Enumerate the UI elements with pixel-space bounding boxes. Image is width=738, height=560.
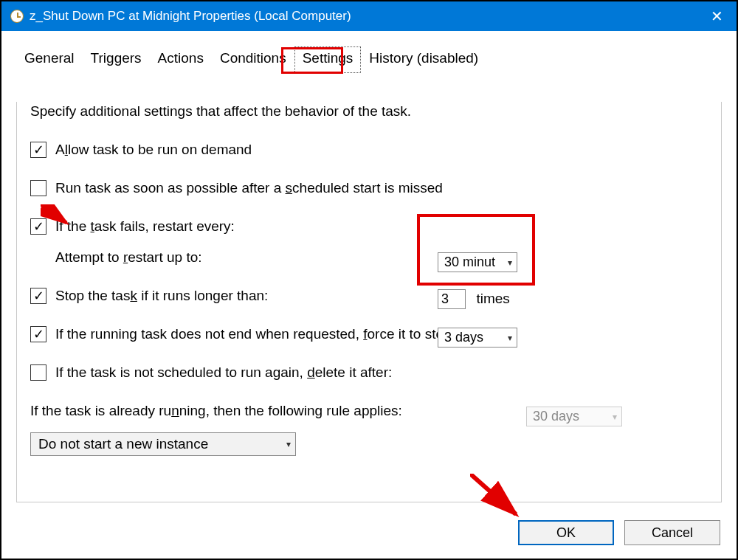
- rule-dropdown[interactable]: Do not start a new instance ▾: [30, 432, 296, 456]
- tab-triggers[interactable]: Triggers: [83, 46, 150, 72]
- stop-longer-value: 3 days: [444, 330, 483, 345]
- settings-intro: Specify additional settings that affect …: [17, 102, 721, 142]
- tab-actions[interactable]: Actions: [150, 46, 212, 72]
- tab-general[interactable]: General: [16, 46, 83, 72]
- force-stop-checkbox[interactable]: ✓: [30, 326, 46, 342]
- attempt-restart-input[interactable]: 3: [438, 289, 466, 309]
- stop-if-longer-checkbox[interactable]: ✓: [30, 288, 46, 304]
- restart-interval-dropdown[interactable]: 30 minut ▾: [438, 252, 517, 272]
- delete-after-value: 30 days: [533, 409, 579, 424]
- tab-history[interactable]: History (disabled): [361, 46, 486, 72]
- rule-value: Do not start a new instance: [38, 436, 208, 452]
- allow-run-on-demand-label: Allow task to be run on demand: [55, 142, 252, 158]
- run-asap-missed-checkbox[interactable]: [30, 180, 46, 196]
- rule-applies-label: If the task is already running, then the…: [30, 403, 402, 419]
- ok-button[interactable]: OK: [518, 520, 614, 545]
- cancel-button[interactable]: Cancel: [624, 520, 720, 545]
- chevron-down-icon: ▾: [508, 257, 512, 268]
- tab-conditions[interactable]: Conditions: [212, 46, 294, 72]
- run-asap-missed-label: Run task as soon as possible after a sch…: [55, 180, 443, 196]
- chevron-down-icon: ▾: [508, 333, 512, 343]
- tab-settings[interactable]: Settings: [294, 46, 362, 73]
- if-fails-restart-checkbox[interactable]: ✓: [30, 218, 46, 235]
- delete-after-checkbox[interactable]: [30, 364, 46, 381]
- chevron-down-icon: ▾: [286, 439, 291, 449]
- allow-run-on-demand-checkbox[interactable]: ✓: [30, 142, 46, 158]
- chevron-down-icon: ▾: [613, 412, 617, 422]
- title-bar: z_Shut Down PC at Midnight Properties (L…: [1, 1, 737, 31]
- delete-after-dropdown: 30 days ▾: [526, 407, 622, 426]
- clock-icon: [10, 10, 24, 23]
- attempt-restart-suffix: times: [476, 291, 509, 306]
- settings-panel: Specify additional settings that affect …: [16, 102, 722, 502]
- if-fails-restart-label: If the task fails, restart every:: [55, 218, 235, 235]
- tab-strip: General Triggers Actions Conditions Sett…: [1, 31, 737, 72]
- force-stop-label: If the running task does not end when re…: [55, 326, 452, 342]
- delete-after-label: If the task is not scheduled to run agai…: [55, 364, 392, 381]
- window-title: z_Shut Down PC at Midnight Properties (L…: [30, 9, 351, 24]
- close-button[interactable]: ✕: [706, 7, 728, 25]
- stop-longer-dropdown[interactable]: 3 days ▾: [438, 328, 517, 348]
- stop-if-longer-label: Stop the task if it runs longer than:: [55, 288, 268, 304]
- restart-interval-value: 30 minut: [444, 255, 495, 270]
- attempt-restart-label: Attempt to restart up to:: [55, 249, 202, 266]
